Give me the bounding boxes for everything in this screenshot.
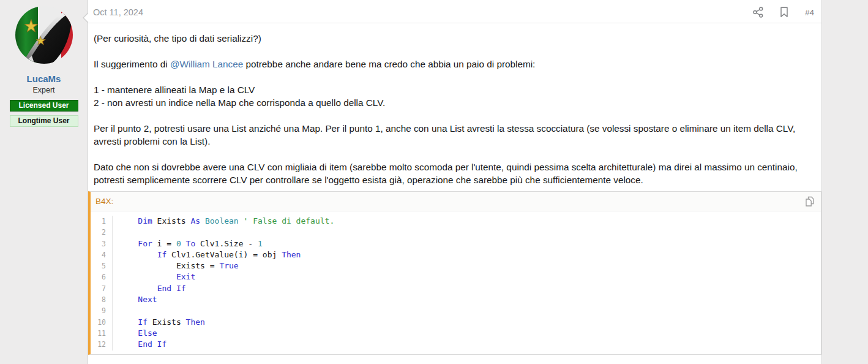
- code-line: 2: [91, 227, 821, 238]
- copy-icon[interactable]: [804, 196, 815, 207]
- post-paragraph: Dato che non si dovrebbe avere una CLV c…: [94, 161, 816, 186]
- user-title: Expert: [0, 86, 88, 94]
- post-paragraph: Il suggerimento di @William Lancee potre…: [94, 58, 816, 70]
- star-icon: ★: [23, 17, 39, 36]
- code-line: 12 End If: [91, 339, 821, 350]
- code-line: 8 Next: [91, 294, 821, 305]
- post-paragraph: 1 - mantenere allineati la Map e la CLV …: [94, 83, 816, 109]
- line-number: 6: [91, 271, 113, 282]
- share-icon[interactable]: [753, 7, 763, 18]
- line-number: 7: [91, 283, 113, 294]
- user-info-sidebar: ★ ★ LucaMs Expert Licensed UserLongtime …: [0, 0, 88, 127]
- line-number: 12: [91, 339, 113, 350]
- code-line: 3 For i = 0 To Clv1.Size - 1: [91, 238, 821, 249]
- user-badge: Licensed User: [10, 100, 78, 112]
- code-text: For i = 0 To Clv1.Size - 1: [113, 238, 263, 249]
- post-paragraph: (Per curiosità, che tipo di dati seriali…: [94, 32, 816, 45]
- code-text: Exit: [113, 271, 195, 282]
- code-line: 11 Else: [91, 328, 821, 339]
- code-line: 10 If Exists Then: [91, 317, 821, 328]
- username-link[interactable]: LucaMs: [0, 74, 88, 84]
- code-line: 7 End If: [91, 283, 821, 294]
- line-number: 5: [91, 260, 113, 271]
- line-number: 11: [91, 328, 113, 339]
- code-text: Next: [113, 294, 157, 305]
- post-header: Oct 11, 2024 #4: [88, 0, 821, 23]
- code-line: 5 Exists = True: [91, 260, 821, 271]
- post-actions: #4: [753, 7, 814, 18]
- code-block: B4X: 1 Dim Exists As Boolean ' False di …: [88, 191, 821, 355]
- line-number: 8: [91, 294, 113, 305]
- line-number: 1: [91, 216, 113, 227]
- code-text: End If: [113, 283, 186, 294]
- post-number-link[interactable]: #4: [805, 8, 814, 17]
- code-text: If Exists Then: [113, 317, 205, 328]
- message-pointer-arrow: [83, 12, 88, 23]
- star-icon: ★: [36, 34, 46, 47]
- avatar[interactable]: ★ ★: [13, 4, 75, 66]
- code-text: Dim Exists As Boolean ' False di default…: [113, 216, 334, 227]
- post-body: (Per curiosità, che tipo di dati seriali…: [88, 32, 821, 186]
- code-line: 1 Dim Exists As Boolean ' False di defau…: [91, 216, 821, 227]
- code-line: 6 Exit: [91, 271, 821, 282]
- code-language-label: B4X:: [95, 197, 113, 206]
- post-date-link[interactable]: Oct 11, 2024: [93, 7, 143, 17]
- line-number: 3: [91, 238, 113, 249]
- bookmark-icon[interactable]: [780, 7, 788, 18]
- user-badges: Licensed UserLongtime User: [0, 100, 88, 127]
- post-message: Oct 11, 2024 #4 (Per curiosità, che tipo…: [88, 0, 822, 364]
- line-number: 2: [91, 227, 113, 238]
- code-text: Else: [113, 328, 157, 339]
- code-text: If Clv1.GetValue(i) = obj Then: [113, 249, 301, 260]
- user-badge: Longtime User: [10, 115, 78, 127]
- code-text: Exists = True: [113, 260, 239, 271]
- code-block-header: B4X:: [91, 192, 821, 211]
- code-text: [113, 227, 124, 238]
- code-line: 9: [91, 305, 821, 316]
- code-text: End If: [113, 339, 166, 350]
- line-number: 9: [91, 305, 113, 316]
- line-number: 4: [91, 249, 113, 260]
- line-number: 10: [91, 317, 113, 328]
- code-lines: 1 Dim Exists As Boolean ' False di defau…: [91, 211, 821, 354]
- post-paragraph: Per il punto 2, potresti usare una List …: [94, 122, 816, 148]
- code-line: 4 If Clv1.GetValue(i) = obj Then: [91, 249, 821, 260]
- user-mention-link[interactable]: @William Lancee: [170, 59, 243, 69]
- code-text: [113, 305, 124, 316]
